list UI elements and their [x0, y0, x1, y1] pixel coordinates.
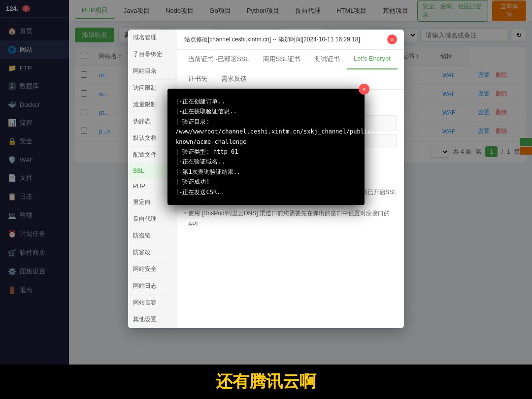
subtitle-text: 还有腾讯云啊 [216, 372, 316, 391]
terminal-line-0: |-正在创建订单.. [175, 97, 357, 106]
terminal-line-7: |-正在发送CSR.. [175, 187, 357, 197]
terminal-line-1: |-正在获取验证信息.. [175, 106, 357, 116]
terminal-modal: × |-正在创建订单..|-正在获取验证信息..|-验证目录: /www/www… [167, 89, 365, 205]
terminal-overlay: × |-正在创建订单..|-正在获取验证信息..|-验证目录: /www/www… [0, 0, 532, 399]
terminal-output: |-正在创建订单..|-正在获取验证信息..|-验证目录: /www/wwwro… [175, 97, 357, 197]
terminal-line-3: |-验证类型: http-01 [175, 147, 357, 157]
terminal-line-2: |-验证目录: /www/wwwroot/channel.ceshi.xintm… [175, 117, 357, 147]
subtitle-bar: 还有腾讯云啊 [0, 365, 532, 399]
terminal-line-6: |-验证成功! [175, 177, 357, 187]
terminal-line-4: |-正在验证域名.. [175, 157, 357, 166]
terminal-line-5: |-第1次查询验证结果.. [175, 167, 357, 177]
terminal-close-button[interactable]: × [359, 84, 369, 95]
